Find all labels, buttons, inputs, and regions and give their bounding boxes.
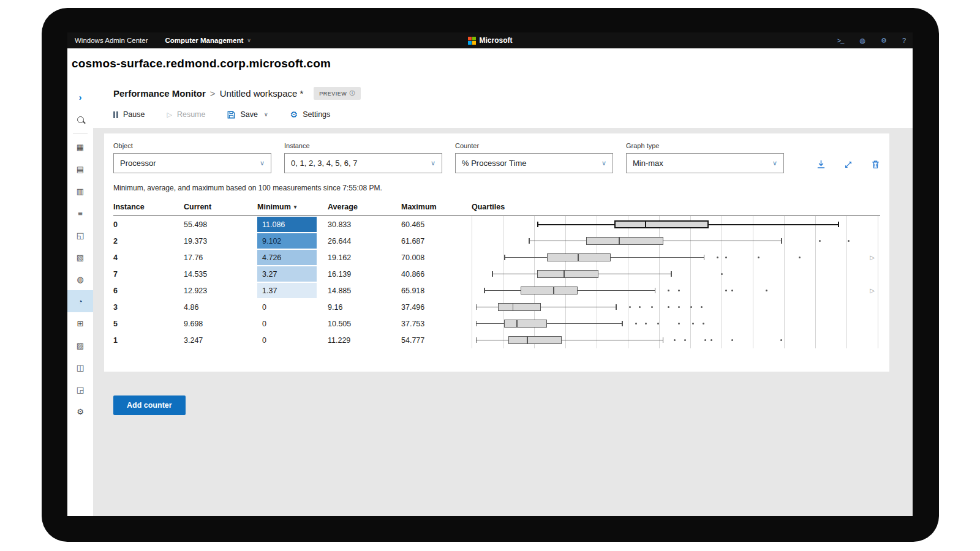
cell-minimum: 1.37: [257, 282, 328, 299]
devices-icon: ▥: [77, 187, 84, 196]
sidebar-item-expand[interactable]: ›: [67, 86, 93, 108]
cell-quartiles-boxplot: ▷: [472, 249, 880, 266]
minimum-heatmap-cell: 1.37: [257, 283, 317, 298]
settings-button[interactable]: ⚙ Settings: [290, 110, 331, 119]
cell-quartiles-boxplot: [472, 233, 880, 249]
expand-icon[interactable]: [844, 160, 853, 169]
trash-icon[interactable]: [871, 160, 880, 169]
sidebar-item-remote-desktop[interactable]: ◲: [67, 378, 93, 400]
save-floppy-icon: [227, 111, 235, 119]
bp-outlier: [704, 339, 706, 341]
sidebar-item-certificates[interactable]: ▤: [67, 158, 93, 180]
bp-outlier: [674, 339, 676, 341]
cell-quartiles-boxplot: ▷: [472, 282, 880, 299]
sidebar-item-events[interactable]: ≡: [67, 202, 93, 224]
column-header-instance[interactable]: Instance: [113, 200, 184, 216]
help-icon[interactable]: ?: [902, 37, 905, 44]
sidebar-item-overview[interactable]: ▦: [67, 136, 93, 158]
column-header-current[interactable]: Current: [184, 200, 257, 216]
sidebar-item-processes[interactable]: ▨: [67, 334, 93, 356]
notifications-icon[interactable]: ◍: [859, 37, 865, 45]
bp-cap-low: [476, 337, 477, 343]
cell-quartiles-boxplot: [472, 216, 880, 233]
breadcrumb-workspace[interactable]: Untitled workspace *: [220, 88, 304, 99]
counter-card: Object Processor ∨ Instance 0, 1, 2, 3, …: [104, 133, 889, 372]
instance-select[interactable]: 0, 1, 2, 3, 4, 5, 6, 7 ∨: [284, 153, 442, 173]
object-select[interactable]: Processor ∨: [113, 153, 271, 173]
cell-current: 9.698: [184, 315, 257, 332]
cell-average: 14.885: [328, 282, 401, 299]
bp-median: [564, 270, 565, 278]
bp-median: [578, 253, 579, 261]
graph-type-select[interactable]: Min-max ∨: [626, 153, 784, 173]
minimum-heatmap-cell: 11.086: [257, 217, 317, 232]
local-users-groups-icon: ◍: [77, 275, 83, 284]
bp-outlier: [731, 339, 733, 341]
column-header-quartiles[interactable]: Quartiles: [472, 200, 880, 216]
top-app-bar: Windows Admin Center Computer Management…: [67, 32, 913, 48]
bp-outlier: [848, 240, 850, 242]
cell-current: 14.535: [184, 266, 257, 282]
chart-actions: [816, 160, 880, 173]
overview-icon: ▦: [77, 143, 84, 152]
bp-outlier: [635, 323, 637, 324]
bp-median: [513, 303, 514, 311]
sidebar-item-registry[interactable]: ◫: [67, 356, 93, 378]
resume-button[interactable]: ▷ Resume: [167, 110, 205, 119]
sidebar-item-services[interactable]: ⚙: [67, 400, 93, 422]
settings-icon[interactable]: ⚙: [881, 37, 886, 45]
sidebar-divider: [73, 133, 88, 133]
sidebar-item-firewall[interactable]: ▧: [67, 246, 93, 268]
chevron-down-icon: ∨: [601, 159, 606, 167]
sidebar-item-search[interactable]: [67, 108, 93, 130]
cli-icon[interactable]: >_: [837, 37, 844, 44]
sidebar-item-powershell[interactable]: ⊞: [67, 312, 93, 334]
bp-median: [516, 320, 518, 328]
bp-outlier: [684, 339, 686, 341]
bp-outlier: [678, 323, 680, 324]
brand-name: Microsoft: [480, 36, 513, 45]
bp-outlier: [725, 257, 727, 258]
sidebar-item-files[interactable]: ◱: [67, 224, 93, 246]
bp-cap-high: [655, 288, 656, 293]
more-data-arrow-icon[interactable]: ▷: [870, 287, 875, 294]
save-button[interactable]: Save ∨: [227, 110, 268, 119]
cell-current: 12.923: [184, 282, 257, 299]
pause-button[interactable]: Pause: [113, 110, 145, 119]
cell-maximum: 37.753: [401, 315, 472, 332]
add-counter-button[interactable]: Add counter: [113, 395, 186, 415]
performance-monitor-icon: ◔: [78, 297, 83, 306]
bp-cap-low: [492, 271, 493, 277]
services-icon: ⚙: [77, 407, 84, 416]
more-data-arrow-icon[interactable]: ▷: [870, 254, 875, 261]
cell-average: 10.505: [328, 315, 401, 332]
column-header-maximum[interactable]: Maximum: [401, 200, 472, 216]
bp-outlier: [692, 323, 694, 324]
counter-select-value: % Processor Time: [462, 159, 526, 168]
toolbar: Pause ▷ Resume Save ∨ ⚙ Settings: [93, 100, 913, 128]
bp-box: [537, 270, 598, 278]
bp-outlier: [690, 306, 692, 308]
sidebar-item-local-users-groups[interactable]: ◍: [67, 268, 93, 290]
cell-instance: 2: [113, 233, 184, 249]
cell-minimum: 0: [257, 332, 328, 348]
download-icon[interactable]: [816, 160, 826, 169]
bp-outlier: [668, 306, 669, 308]
graph-type-field: Graph type Min-max ∨: [626, 142, 784, 173]
topbar-actions: >_◍⚙?: [513, 37, 906, 45]
column-header-minimum[interactable]: Minimum▾: [257, 200, 328, 216]
column-header-average[interactable]: Average: [328, 200, 401, 216]
cell-current: 4.86: [184, 299, 257, 315]
sidebar-item-devices[interactable]: ▥: [67, 180, 93, 202]
chevron-down-icon: ∨: [264, 111, 268, 118]
performance-table: InstanceCurrentMinimum▾AverageMaximumQua…: [113, 200, 880, 348]
solution-dropdown-label: Computer Management: [165, 37, 244, 44]
sidebar-item-performance-monitor[interactable]: ◔: [67, 290, 93, 312]
counter-select[interactable]: % Processor Time ∨: [455, 153, 613, 173]
pause-button-label: Pause: [123, 110, 145, 119]
main-content: Performance Monitor > Untitled workspace…: [93, 79, 913, 516]
info-icon: ⓘ: [349, 89, 355, 97]
solution-dropdown[interactable]: Computer Management ∨: [165, 37, 251, 44]
bp-outlier: [731, 290, 733, 291]
bp-outlier: [725, 290, 727, 291]
